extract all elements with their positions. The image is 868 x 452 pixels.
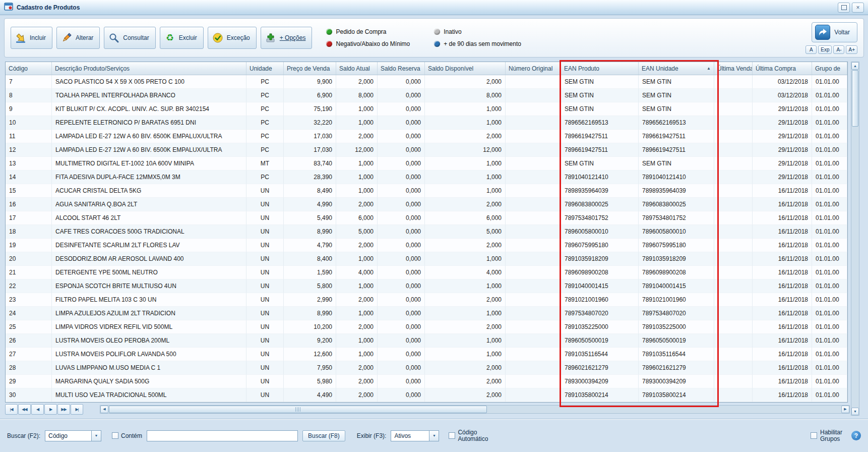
scroll-left-icon[interactable]: ◀: [100, 406, 108, 413]
table-row[interactable]: 13MULTIMETRO DIGITAL ET-1002 10A 600V MI…: [6, 157, 847, 171]
table-row[interactable]: 27LUSTRA MOVEIS POLIFLOR LAVANDA 500UN12…: [6, 348, 847, 361]
cell: [506, 89, 561, 102]
table-row[interactable]: 26LUSTRA MOVEIS OLEO PEROBA 200MLUN9,200…: [6, 334, 847, 348]
cell: 7891035116544: [639, 348, 714, 361]
window-title: Cadastro de Produtos: [17, 4, 80, 11]
cell: AGUA SANITARIA Q.BOA 2LT: [52, 198, 246, 211]
cell: 83,740: [284, 157, 336, 171]
cell: 7,950: [284, 361, 336, 375]
title-bar[interactable]: Cadastro de Produtos ×: [0, 0, 868, 15]
table-row[interactable]: 23FILTRO PAPEL MELITA 103 C 30 UNUN2,990…: [6, 293, 847, 307]
column-header-4[interactable]: Preço de Venda: [284, 62, 336, 75]
help-icon[interactable]: ?: [851, 431, 861, 440]
nav-first-button[interactable]: |◀: [5, 404, 18, 415]
table-row[interactable]: 28LUVAS LIMPPANO M.USO MEDIA C 1UN7,9502…: [6, 361, 847, 375]
contains-checkbox[interactable]: [112, 432, 118, 439]
search-label: Buscar (F2):: [7, 432, 40, 439]
cell: 0,000: [378, 320, 425, 334]
font-smaller-button[interactable]: A-: [833, 45, 844, 54]
nav-next-page-button[interactable]: ▶▶: [57, 404, 70, 415]
nav-next-button[interactable]: ▶: [44, 404, 57, 415]
table-row[interactable]: 19DESINFETANTE SCARLIM 2LT FLORES LAVUN4…: [6, 239, 847, 252]
table-row[interactable]: 25LIMPA VIDROS VIDREX REFIL VID 500MLUN1…: [6, 320, 847, 334]
column-header-9[interactable]: EAN Produto: [561, 62, 639, 75]
export-button[interactable]: Exp: [818, 45, 832, 54]
column-header-5[interactable]: Saldo Atual: [336, 62, 378, 75]
table-row[interactable]: 21DETERGENTE YPE 500ML NEUTROUN1,5904,00…: [6, 266, 847, 279]
column-header-3[interactable]: Unidade: [246, 62, 284, 75]
column-header-6[interactable]: Saldo Reserva: [378, 62, 425, 75]
voltar-button[interactable]: Voltar: [812, 22, 857, 42]
column-header-7[interactable]: Saldo Disponível: [425, 62, 506, 75]
table-row[interactable]: 7SACO PLASTICO 54 X 59 X 005 PRETO C 100…: [6, 75, 847, 89]
cell: DESINFETANTE SCARLIM 2LT FLORES LAV: [52, 239, 246, 252]
enable-groups-checkbox[interactable]: [811, 432, 817, 439]
scroll-up-icon[interactable]: ▲: [851, 62, 859, 70]
maximize-button[interactable]: [838, 3, 850, 13]
column-header-10[interactable]: EAN Unidade▲: [639, 62, 714, 75]
column-header-11[interactable]: Última Venda: [714, 62, 753, 75]
table-row[interactable]: 29MARGARINA QUALY SADIA 500GUN5,9802,000…: [6, 375, 847, 388]
table-row[interactable]: 17ALCOOL START 46 2LTUN5,4906,0000,0006,…: [6, 211, 847, 225]
cell: 01.01.00: [812, 143, 847, 157]
scroll-right-icon[interactable]: ▶: [841, 406, 849, 413]
opcoes-button[interactable]: + Opções: [261, 27, 313, 49]
cell: 01.01.00: [812, 157, 847, 171]
display-select[interactable]: Ativos ▼: [391, 430, 439, 441]
table-row[interactable]: 12LAMPADA LED E-27 12W A 60 BIV. 6500K E…: [6, 143, 847, 157]
column-header-2[interactable]: Descrição Produto/Serviços: [52, 62, 246, 75]
cell: 16/11/2018: [753, 320, 812, 334]
buscar-button[interactable]: Buscar (F8): [302, 430, 345, 441]
close-button[interactable]: ×: [852, 3, 864, 13]
cell: SEM GTIN: [639, 89, 714, 102]
table-row[interactable]: 11LAMPADA LED E-27 12W A 60 BIV. 6500K E…: [6, 130, 847, 143]
vertical-scrollbar[interactable]: ▲ ▼: [851, 62, 859, 416]
table-row[interactable]: 8TOALHA PAPEL INTERFOLHADA BRANCOPC6,900…: [6, 89, 847, 102]
cell: 01.01.00: [812, 102, 847, 116]
cell: 11: [6, 130, 52, 143]
excecao-button[interactable]: Exceção: [208, 27, 257, 49]
font-buttons: A Exp A- A+: [805, 45, 857, 54]
cell: 18: [6, 225, 52, 239]
column-header-13[interactable]: Grupo de: [812, 62, 847, 75]
table-row[interactable]: 22ESPONJA SCOTCH BRITE MULTIUSO 4UNUN5,8…: [6, 279, 847, 293]
cell: 13: [6, 157, 52, 171]
table-row[interactable]: 15ACUCAR CRISTAL DELTA 5KGUN8,4901,0000,…: [6, 184, 847, 198]
column-header-1[interactable]: Código: [6, 62, 52, 75]
horizontal-scroll-thumb[interactable]: [109, 406, 487, 413]
nav-prev-page-button[interactable]: ◀◀: [18, 404, 31, 415]
alterar-button[interactable]: Alterar: [56, 27, 100, 49]
table-row[interactable]: 16AGUA SANITARIA Q.BOA 2LTUN4,9902,0000,…: [6, 198, 847, 211]
chevron-down-icon[interactable]: ▼: [429, 431, 439, 441]
auto-code-checkbox[interactable]: [449, 432, 455, 439]
horizontal-scrollbar[interactable]: ◀ ▶: [100, 405, 850, 414]
cell: 01.01.00: [812, 225, 847, 239]
table-row[interactable]: 18CAFE TRES CORACOES 500G TRADICIONALUN8…: [6, 225, 847, 239]
sort-asc-icon: ▲: [707, 66, 711, 71]
column-header-8[interactable]: Número Original: [506, 62, 561, 75]
table-row[interactable]: 9KIT BLUKIT P/ CX. ACOPL. UNIV. AC. SUP.…: [6, 102, 847, 116]
consultar-button[interactable]: Consultar: [104, 27, 155, 49]
cell: 0,000: [378, 143, 425, 157]
incluir-button[interactable]: Incluir: [11, 27, 52, 49]
vertical-scroll-thumb[interactable]: [852, 70, 858, 127]
grid-body: 7SACO PLASTICO 54 X 59 X 005 PRETO C 100…: [6, 75, 847, 402]
nav-last-button[interactable]: ▶|: [71, 404, 83, 415]
chevron-down-icon[interactable]: ▼: [91, 431, 101, 441]
search-input[interactable]: [147, 430, 298, 441]
excluir-button[interactable]: ♻ Excluir: [160, 27, 204, 49]
cell: PC: [246, 171, 284, 184]
font-larger-button[interactable]: A+: [846, 45, 857, 54]
table-row[interactable]: 14FITA ADESIVA DUPLA-FACE 12MMX5,0M 3MPC…: [6, 171, 847, 184]
cell: 9: [6, 102, 52, 116]
column-header-12[interactable]: Última Compra: [753, 62, 812, 75]
table-row[interactable]: 30MULTI USO VEJA TRADICIONAL 500MLUN4,49…: [6, 388, 847, 402]
search-field-select[interactable]: Código ▼: [45, 430, 101, 441]
font-a-button[interactable]: A: [805, 45, 817, 54]
cell: PC: [246, 130, 284, 143]
table-row[interactable]: 24LIMPA AZULEJOS AZULIM 2LT TRADICIONUN8…: [6, 307, 847, 320]
scroll-down-icon[interactable]: ▼: [851, 408, 859, 415]
nav-prev-button[interactable]: ◀: [31, 404, 44, 415]
table-row[interactable]: 20DESODORIZ.BOM AR AEROSOL LAVAND 400UN8…: [6, 252, 847, 266]
table-row[interactable]: 10REPELENTE ELETRONICO P/ BARATAS 6951 D…: [6, 116, 847, 130]
